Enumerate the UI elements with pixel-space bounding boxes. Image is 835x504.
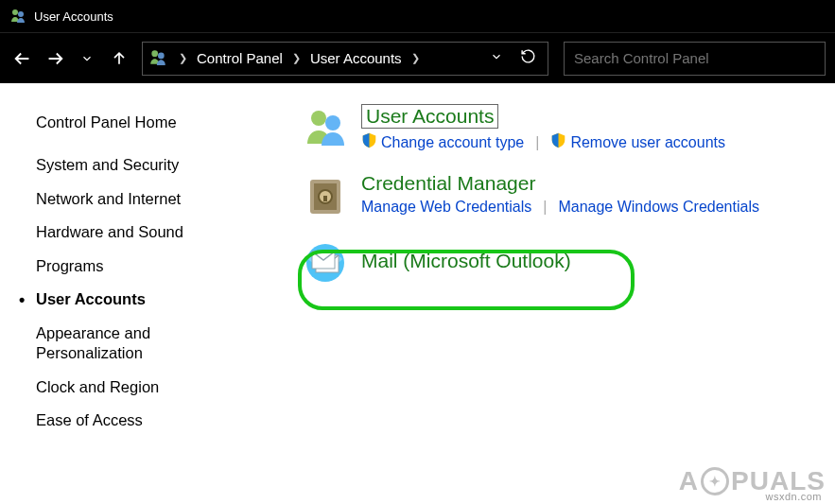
recent-dropdown-button[interactable] — [74, 45, 100, 72]
svg-point-0 — [12, 9, 18, 15]
link-change-account-type[interactable]: Change account type — [361, 132, 524, 152]
svg-point-4 — [311, 111, 326, 126]
crumb-control-panel[interactable]: Control Panel — [193, 48, 287, 68]
address-dropdown-button[interactable] — [490, 50, 503, 67]
content-area: Control Panel Home System and Security N… — [0, 83, 835, 504]
chevron-right-icon[interactable]: ❯ — [408, 52, 424, 64]
svg-point-3 — [158, 52, 165, 59]
window-title: User Accounts — [34, 9, 113, 24]
svg-rect-9 — [323, 196, 327, 201]
refresh-button[interactable] — [520, 48, 536, 68]
separator: | — [530, 134, 545, 151]
sidebar-item-user-accounts[interactable]: User Accounts — [36, 283, 208, 316]
chevron-right-icon[interactable]: ❯ — [288, 52, 304, 64]
back-button[interactable] — [9, 45, 36, 72]
category-title-credential-manager[interactable]: Credential Manager — [361, 172, 535, 195]
uac-shield-icon — [550, 132, 566, 152]
category-mail-outlook: Mail (Microsoft Outlook) — [303, 240, 816, 289]
crumb-user-accounts[interactable]: User Accounts — [306, 48, 406, 68]
main-panel: User Accounts Change account type | Remo… — [217, 83, 835, 504]
link-manage-web-credentials[interactable]: Manage Web Credentials — [361, 199, 531, 216]
sidebar-item-appearance[interactable]: Appearance and Personalization — [36, 317, 208, 371]
chevron-right-icon[interactable]: ❯ — [175, 52, 191, 64]
sidebar-item-programs[interactable]: Programs — [36, 250, 208, 283]
search-input[interactable] — [574, 50, 815, 66]
mail-outlook-icon — [303, 240, 350, 289]
sidebar-item-system-security[interactable]: System and Security — [36, 148, 208, 182]
sidebar-item-clock-region[interactable]: Clock and Region — [36, 371, 208, 404]
user-accounts-large-icon — [303, 104, 350, 153]
breadcrumb: ❯ Control Panel ❯ User Accounts ❯ — [175, 48, 424, 68]
forward-button[interactable] — [42, 45, 68, 72]
svg-point-5 — [325, 115, 340, 130]
user-accounts-icon — [148, 47, 167, 70]
uac-shield-icon — [361, 132, 377, 152]
category-user-accounts: User Accounts Change account type | Remo… — [303, 104, 816, 153]
title-bar: User Accounts — [0, 0, 835, 32]
address-bar[interactable]: ❯ Control Panel ❯ User Accounts ❯ — [142, 42, 548, 76]
globe-icon: ✦ — [701, 467, 729, 495]
sidebar-item-ease-access[interactable]: Ease of Access — [36, 404, 208, 437]
sidebar-item-hardware-sound[interactable]: Hardware and Sound — [36, 216, 208, 249]
link-manage-windows-credentials[interactable]: Manage Windows Credentials — [558, 199, 759, 216]
svg-point-1 — [18, 11, 24, 17]
watermark-footer: wsxdn.com — [765, 491, 822, 502]
link-label: Change account type — [381, 134, 524, 151]
separator: | — [537, 199, 552, 216]
sidebar-item-network-internet[interactable]: Network and Internet — [36, 182, 208, 216]
credential-manager-icon — [303, 172, 350, 221]
sidebar: Control Panel Home System and Security N… — [0, 83, 217, 504]
link-label: Manage Web Credentials — [361, 199, 531, 216]
category-title-mail-outlook[interactable]: Mail (Microsoft Outlook) — [361, 250, 571, 272]
link-remove-user-accounts[interactable]: Remove user accounts — [550, 132, 725, 152]
search-box[interactable] — [564, 42, 826, 76]
sidebar-item-home[interactable]: Control Panel Home — [36, 106, 208, 139]
watermark-text: A — [679, 466, 699, 496]
link-label: Remove user accounts — [570, 134, 725, 151]
nav-bar: ❯ Control Panel ❯ User Accounts ❯ — [0, 32, 835, 83]
up-button[interactable] — [106, 45, 132, 72]
user-accounts-icon — [9, 7, 26, 26]
category-title-user-accounts[interactable]: User Accounts — [361, 104, 498, 129]
svg-point-2 — [151, 50, 158, 57]
category-credential-manager: Credential Manager Manage Web Credential… — [303, 172, 816, 221]
link-label: Manage Windows Credentials — [558, 199, 759, 216]
